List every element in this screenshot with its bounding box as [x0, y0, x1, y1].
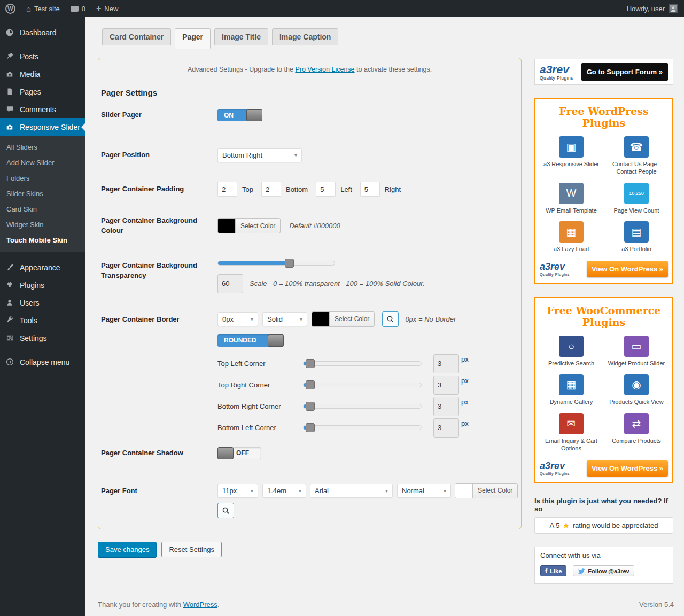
a3rev-logo[interactable]: a3rev Quality Plugins: [540, 461, 570, 476]
corner-slider[interactable]: [303, 361, 422, 366]
corner-slider-handle[interactable]: [306, 423, 315, 432]
tab-pager[interactable]: Pager: [175, 28, 211, 49]
sidebar-item-collapse-menu[interactable]: Collapse menu: [0, 353, 86, 371]
sidebar-item-dashboard[interactable]: Dashboard: [0, 24, 86, 41]
a3-responsive-slider-icon: ▣: [559, 136, 584, 158]
plugin-email-inquiry-cart-options[interactable]: ✉ Email Inquiry & Cart Options: [539, 413, 604, 453]
corner-slider-handle[interactable]: [306, 380, 315, 389]
font-colour-picker-button[interactable]: Select Color: [455, 483, 518, 498]
slider-pager-toggle[interactable]: ON: [217, 109, 262, 121]
tab-image-title[interactable]: Image Title: [214, 28, 268, 45]
transparency-value-input[interactable]: [217, 274, 243, 293]
submenu-add-new-slider[interactable]: Add New Slider: [0, 155, 86, 170]
corner-row-top-right: Top Right Corner px: [217, 376, 469, 395]
dynamic-gallery-icon: ▦: [559, 374, 584, 395]
padding-bottom-input[interactable]: [261, 182, 281, 197]
toggle-handle[interactable]: [217, 447, 234, 459]
sidebar-item-pages[interactable]: Pages: [0, 83, 86, 100]
plugin-widget-product-slider[interactable]: ▭ Widget Product Slider: [604, 336, 669, 367]
plugin-predictive-search[interactable]: ○ Predictive Search: [539, 336, 604, 367]
plugin-compare-products[interactable]: ⇄ Compare Products: [604, 413, 669, 453]
plugin-a3-responsive-slider[interactable]: ▣ a3 Responsive Slider: [539, 136, 604, 176]
plugin-page-view-count[interactable]: 10,250 Page View Count: [604, 183, 669, 214]
account-menu[interactable]: Howdy, user: [627, 4, 684, 13]
font-size-select[interactable]: 11px ▾: [217, 484, 258, 498]
corner-value-input[interactable]: [433, 397, 459, 416]
facebook-like-button[interactable]: f Like: [540, 565, 566, 576]
a3rev-logo[interactable]: a3rev Quality Plugins: [540, 262, 570, 277]
plugin-dynamic-gallery[interactable]: ▦ Dynamic Gallery: [539, 374, 604, 406]
a3rev-logo[interactable]: a3rev Quality Plugins: [540, 64, 573, 81]
corner-value-input[interactable]: [433, 376, 459, 395]
bg-colour-picker-button[interactable]: Select Color: [217, 218, 281, 233]
transparency-slider-handle[interactable]: [285, 259, 294, 268]
predictive-search-icon: ○: [559, 336, 584, 357]
corner-slider-handle[interactable]: [306, 359, 315, 368]
plugin-contact-us-page[interactable]: ☎ Contact Us Page - Contact People: [604, 136, 669, 176]
wordpress-logo-menu[interactable]: W: [0, 0, 21, 17]
sidebar-item-posts[interactable]: Posts: [0, 48, 86, 65]
new-content-menu[interactable]: + New: [91, 0, 123, 17]
twitter-follow-button[interactable]: Follow @a3rev: [573, 565, 634, 576]
sidebar-item-responsive-slider[interactable]: Responsive Slider: [0, 118, 86, 136]
padding-left-input[interactable]: [316, 182, 336, 197]
submenu-folders[interactable]: Folders: [0, 170, 86, 186]
line-height-select[interactable]: 1.4em ▾: [262, 484, 306, 498]
tab-card-container[interactable]: Card Container: [102, 28, 171, 45]
support-forum-button[interactable]: Go to Support Forum »: [581, 63, 668, 81]
submenu-widget-skin[interactable]: Widget Skin: [0, 217, 86, 232]
sidebar-item-users[interactable]: Users: [0, 294, 86, 311]
view-on-wordpress-button[interactable]: View On WordPress »: [587, 460, 668, 477]
pro-version-license-link[interactable]: Pro Version License: [295, 66, 354, 73]
submenu-touch-mobile-skin[interactable]: Touch Mobile Skin: [0, 232, 86, 248]
new-label: New: [104, 5, 118, 13]
toggle-handle[interactable]: [246, 109, 262, 121]
transparency-slider[interactable]: [217, 261, 335, 266]
pager-position-select[interactable]: Bottom Right ▾: [217, 148, 302, 162]
comments-admin-bar-link[interactable]: 0: [65, 0, 91, 17]
border-colour-picker-button[interactable]: Select Color: [312, 311, 375, 327]
tab-image-caption[interactable]: Image Caption: [272, 28, 338, 45]
media-icon: [4, 69, 15, 79]
submenu-slider-skins[interactable]: Slider Skins: [0, 186, 86, 201]
rating-link[interactable]: A 5 ★ rating would be appreciated: [534, 517, 673, 534]
site-name-link[interactable]: ⌂ Test site: [21, 0, 65, 17]
font-weight-value: Normal: [402, 487, 424, 495]
sidebar-item-plugins[interactable]: Plugins: [0, 276, 86, 294]
magnifier-icon: [222, 506, 230, 514]
corner-slider[interactable]: [303, 404, 422, 409]
plugin-wp-email-template[interactable]: W WP Email Template: [539, 183, 604, 214]
shadow-toggle[interactable]: OFF: [217, 447, 261, 459]
sidebar-item-settings[interactable]: Settings: [0, 329, 86, 347]
reset-settings-button[interactable]: Reset Settings: [161, 542, 222, 557]
plugin-a3-lazy-load[interactable]: ▦ a3 Lazy Load: [539, 221, 604, 253]
corner-slider[interactable]: [303, 383, 422, 387]
font-family-select[interactable]: Arial ▾: [310, 484, 393, 498]
toggle-handle[interactable]: [268, 334, 284, 347]
padding-right-input[interactable]: [360, 182, 380, 197]
padding-top-input[interactable]: [217, 182, 237, 197]
border-width-select[interactable]: 0px ▾: [217, 312, 258, 326]
font-preview-button[interactable]: [217, 503, 234, 518]
corner-slider[interactable]: [303, 425, 422, 430]
save-changes-button[interactable]: Save changes: [98, 542, 157, 557]
sidebar-item-tools[interactable]: Tools: [0, 311, 86, 329]
border-rounded-toggle[interactable]: ROUNDED: [217, 334, 284, 347]
wordpress-link[interactable]: WordPress: [183, 601, 217, 609]
corner-value-input[interactable]: [433, 418, 459, 438]
submenu-card-skin[interactable]: Card Skin: [0, 201, 86, 217]
sidebar-item-comments[interactable]: Comments: [0, 100, 86, 118]
corner-value-input[interactable]: [433, 354, 459, 373]
view-on-wordpress-button[interactable]: View On WordPress »: [587, 261, 668, 277]
pager-position-value: Bottom Right: [222, 151, 262, 159]
sidebar-item-appearance[interactable]: Appearance: [0, 259, 86, 276]
sidebar-item-media[interactable]: Media: [0, 65, 86, 83]
submenu-all-sliders[interactable]: All Sliders: [0, 139, 86, 155]
border-preview-button[interactable]: [382, 311, 399, 327]
font-weight-select[interactable]: Normal ▾: [397, 484, 451, 498]
wordpress-logo-icon: W: [5, 4, 15, 14]
plugin-products-quick-view[interactable]: ◉ Products Quick View: [604, 374, 669, 406]
corner-slider-handle[interactable]: [306, 402, 315, 411]
plugin-a3-portfolio[interactable]: ▤ a3 Portfolio: [604, 221, 669, 253]
border-style-select[interactable]: Solid ▾: [262, 312, 307, 326]
